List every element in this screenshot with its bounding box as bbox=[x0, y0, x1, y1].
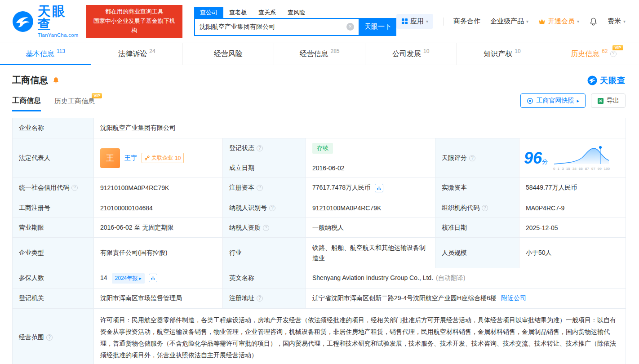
tab-intellectual-property-label: 知识产权 bbox=[484, 49, 512, 59]
tab-basic-info-label: 基本信息 bbox=[26, 49, 54, 59]
insured-trend-icon[interactable] bbox=[149, 274, 157, 282]
score-value: 96 bbox=[524, 149, 542, 167]
tab-basic-info[interactable]: 基本信息 113 bbox=[0, 43, 91, 65]
field-label-staff-size: 人员规模 bbox=[435, 238, 519, 268]
field-label-legal-rep: 法定代表人 bbox=[13, 138, 94, 178]
tab-legal-litigation[interactable]: 法律诉讼 24 bbox=[91, 43, 182, 65]
top-menu: 应用 ▾ 商务合作 企业级产品 ▾ 开通会员 ▾ 费米 ▾ bbox=[396, 14, 626, 29]
open-vip-menu[interactable]: 开通会员 ▾ bbox=[538, 17, 579, 26]
nearby-companies-link[interactable]: 附近公司 bbox=[501, 294, 526, 302]
help-icon[interactable]: ? bbox=[610, 51, 617, 57]
relation-graph-icon bbox=[145, 155, 150, 160]
vip-badge: VIP bbox=[92, 93, 102, 98]
field-value-establish-date: 2016-06-02 bbox=[306, 158, 435, 178]
caret-down-icon: ▾ bbox=[526, 19, 528, 24]
field-label-approval-date: 核准日期 bbox=[435, 218, 519, 238]
menu-divider bbox=[443, 18, 444, 26]
score-axis-labels: 013153865879799100 bbox=[553, 167, 610, 171]
top-bar: 天眼查 TianYanCha.com 都在用的商业查询工具 国家中小企业发展子基… bbox=[0, 0, 639, 43]
search-button[interactable]: 天眼一下 bbox=[359, 18, 396, 36]
capital-structure-icon[interactable] bbox=[375, 184, 383, 192]
apps-menu[interactable]: 应用 ▾ bbox=[396, 14, 433, 29]
snapshot-icon bbox=[527, 98, 533, 104]
related-companies-tag[interactable]: 关联企业 10 bbox=[142, 153, 184, 163]
subtab-history-business-info[interactable]: VIP 历史工商信息 bbox=[54, 97, 95, 111]
tab-history-info-label: 历史信息 bbox=[571, 49, 599, 59]
field-label-address: 注册地址? bbox=[223, 289, 306, 309]
tab-operating-risk-label: 经营风险 bbox=[214, 49, 243, 59]
help-icon[interactable]: ? bbox=[263, 225, 269, 231]
cooperation-menu[interactable]: 商务合作 bbox=[453, 17, 480, 26]
subtab-business-info[interactable]: 工商信息 bbox=[12, 96, 41, 111]
tab-basic-info-count: 113 bbox=[57, 48, 65, 54]
help-icon[interactable]: ? bbox=[257, 185, 263, 191]
address-text: 辽宁省沈阳市浑南区创新二路29-4号沈阳航空产业园H座综合楼6楼 bbox=[312, 294, 497, 302]
clear-search-icon[interactable]: × bbox=[346, 23, 354, 31]
notification-bell-icon[interactable] bbox=[589, 17, 598, 26]
score-unit: 分 bbox=[542, 158, 548, 165]
field-value-taxpayer-quality: 一般纳税人 bbox=[306, 218, 435, 238]
help-icon[interactable]: ? bbox=[71, 185, 78, 191]
tab-legal-litigation-count: 24 bbox=[149, 48, 155, 54]
search-tab-boss[interactable]: 查老板 bbox=[223, 7, 253, 18]
field-value-business-term: 2016-06-02 至 无固定期限 bbox=[94, 218, 223, 238]
field-label-company-type: 企业类型 bbox=[13, 238, 94, 268]
field-label-org-code: 组织机构代码? bbox=[435, 198, 519, 218]
tab-operating-info-count: 285 bbox=[330, 48, 339, 54]
open-vip-label: 开通会员 bbox=[548, 17, 575, 26]
user-menu[interactable]: 费米 ▾ bbox=[608, 17, 626, 26]
annual-report-badge[interactable]: 2024年报▸ bbox=[112, 273, 145, 284]
search-input[interactable] bbox=[200, 23, 346, 31]
help-icon[interactable]: ? bbox=[269, 205, 275, 211]
tab-operating-risk[interactable]: 经营风险 bbox=[182, 43, 274, 65]
field-label-english-name: 英文名称 bbox=[223, 268, 306, 289]
search-tab-company[interactable]: 查公司 bbox=[194, 7, 223, 18]
status-badge: 存续 bbox=[312, 143, 333, 154]
search-box: × bbox=[194, 18, 359, 36]
field-value-industry: 铁路、船舶、航空航天和其他运输设备制造业 bbox=[306, 238, 435, 268]
caret-down-icon: ▾ bbox=[577, 19, 579, 24]
field-value-reg-authority: 沈阳市浑南区市场监督管理局 bbox=[94, 289, 223, 309]
field-value-reg-capital: 77617.7478万人民币 bbox=[306, 178, 435, 198]
field-value-credit-code: 91210100MA0P4RC79K bbox=[94, 178, 223, 198]
search-tab-relation[interactable]: 查关系 bbox=[253, 7, 282, 18]
search-tab-risk[interactable]: 查风险 bbox=[282, 7, 311, 18]
official-snapshot-label: 工商官网快照 bbox=[536, 97, 574, 105]
legal-rep-name-link[interactable]: 王宇 bbox=[124, 154, 137, 162]
promo-slogan-line2: 国家中小企业发展子基金旗下机构 bbox=[91, 17, 178, 36]
vip-badge: VIP bbox=[612, 45, 624, 50]
enterprise-menu[interactable]: 企业级产品 ▾ bbox=[490, 17, 528, 26]
english-name-text: Shenyang Aviation Industry Group Co., Lt… bbox=[312, 274, 433, 281]
related-companies-label: 关联企业 bbox=[151, 154, 173, 162]
tab-intellectual-property[interactable]: 知识产权 10 bbox=[456, 43, 547, 65]
tab-company-development[interactable]: 公司发展 10 bbox=[365, 43, 456, 65]
field-value-paid-capital: 58449.77万人民币 bbox=[519, 178, 626, 198]
apps-grid-icon bbox=[401, 18, 408, 25]
field-value-score[interactable]: 96分 bbox=[519, 138, 626, 178]
help-icon[interactable]: ? bbox=[257, 295, 263, 302]
export-button[interactable]: 导出 bbox=[591, 93, 626, 108]
tab-operating-info[interactable]: 经营信息 285 bbox=[274, 43, 365, 65]
legal-rep-avatar[interactable]: 王 bbox=[100, 148, 120, 168]
help-icon[interactable]: ? bbox=[482, 205, 488, 211]
official-snapshot-button[interactable]: 工商官网快照 ▸ bbox=[520, 93, 586, 108]
help-icon[interactable]: ? bbox=[469, 155, 475, 161]
help-icon[interactable]: ? bbox=[257, 145, 263, 151]
score-curve-chart bbox=[553, 145, 610, 165]
apps-menu-label: 应用 bbox=[410, 17, 424, 26]
subscribe-bell-icon[interactable] bbox=[52, 76, 60, 84]
field-label-business-scope: 经营范围? bbox=[13, 309, 94, 364]
field-value-business-scope: 许可项目：民用航空器零部件制造，各类工程建设活动，房地产开发经营（依法须经批准的… bbox=[94, 309, 626, 364]
field-label-credit-code: 统一社会信用代码? bbox=[13, 178, 94, 198]
field-value-taxpayer-id: 91210100MA0P4RC79K bbox=[306, 198, 435, 218]
reg-capital-text: 77617.7478万人民币 bbox=[312, 184, 371, 191]
tab-history-info[interactable]: VIP 历史信息 62 ? bbox=[548, 43, 639, 65]
tab-history-info-count: 62 bbox=[602, 48, 608, 54]
field-label-company-name: 企业名称 bbox=[13, 118, 94, 138]
caret-down-icon: ▾ bbox=[426, 19, 428, 24]
tianyancha-logo-icon bbox=[12, 11, 34, 32]
tab-intellectual-property-count: 10 bbox=[515, 48, 520, 54]
help-icon[interactable]: ? bbox=[46, 334, 53, 341]
tianyancha-logo[interactable]: 天眼查 TianYanCha.com bbox=[12, 5, 81, 38]
field-label-insured-count: 参保人数 bbox=[13, 268, 94, 289]
